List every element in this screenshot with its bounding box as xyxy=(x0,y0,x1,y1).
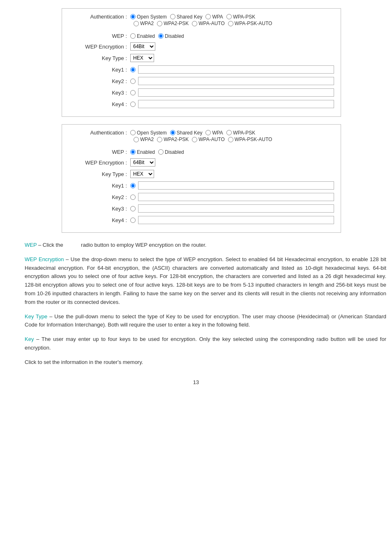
auth-wpa2-text-1: WPA2 xyxy=(140,21,154,26)
auth-row-panel2: Authentication : Open System Shared Key … xyxy=(69,130,334,146)
wep-desc-title: WEP xyxy=(25,242,37,248)
auth-wpa2psk-label-1[interactable]: WPA2-PSK xyxy=(157,21,189,26)
wep-disabled-label-2[interactable]: Disabled xyxy=(158,149,184,155)
wep-desc-dash: – Click the xyxy=(37,242,63,248)
auth-wpapskauto-label-2[interactable]: WPA-PSK-AUTO xyxy=(228,137,272,142)
key4-radio-1[interactable] xyxy=(130,102,136,107)
key-type-select-1[interactable]: HEX ASCII xyxy=(130,54,154,62)
auth-wpapsk-label-1[interactable]: WPA-PSK xyxy=(226,14,255,20)
auth-wpa-radio-1[interactable] xyxy=(205,14,211,19)
wep-enabled-label-1[interactable]: Enabled xyxy=(130,33,155,39)
wep-label-2: WEP : xyxy=(69,149,130,155)
key2-radio-1[interactable] xyxy=(130,79,136,84)
wep-enc-desc-text: – Use the drop-down menu to select the t… xyxy=(25,256,386,305)
wep-enabled-radio-1[interactable] xyxy=(130,33,136,39)
key1-input-2[interactable] xyxy=(138,181,334,190)
auth-shared-text-2: Shared Key xyxy=(177,130,203,136)
auth-open-text-1: Open System xyxy=(137,14,167,20)
auth-wpa2-radio-1[interactable] xyxy=(134,21,139,26)
key4-input-2[interactable] xyxy=(138,216,334,224)
auth-wpa2psk-radio-1[interactable] xyxy=(157,21,162,26)
key-type-select-2[interactable]: HEX ASCII xyxy=(130,170,154,178)
panel-2: Authentication : Open System Shared Key … xyxy=(62,124,341,233)
wep-row-panel1: WEP : Enabled Disabled xyxy=(69,33,334,39)
auth-wpapsk-text-1: WPA-PSK xyxy=(233,14,255,20)
auth-wpapsk-radio-1[interactable] xyxy=(226,14,232,19)
auth-shared-radio-2[interactable] xyxy=(170,130,175,135)
auth-wpaauto-label-1[interactable]: WPA-AUTO xyxy=(192,21,225,26)
auth-wpa-label-1[interactable]: WPA xyxy=(205,14,223,20)
key4-input-1[interactable] xyxy=(138,100,334,108)
auth-wpapsk-radio-2[interactable] xyxy=(226,130,232,135)
auth-open-label-2[interactable]: Open System xyxy=(130,130,167,136)
key-desc: Key – The user may enter up to four keys… xyxy=(25,335,386,352)
key-desc-title: Key xyxy=(25,336,34,342)
auth-open-label-1[interactable]: Open System xyxy=(130,14,167,20)
key2-input-2[interactable] xyxy=(138,193,334,201)
auth-wpaauto-label-2[interactable]: WPA-AUTO xyxy=(192,137,225,142)
key2-input-1[interactable] xyxy=(138,77,334,85)
auth-shared-label-1[interactable]: Shared Key xyxy=(170,14,203,20)
key4-radio-2[interactable] xyxy=(130,218,136,223)
auth-wpapskauto-radio-1[interactable] xyxy=(228,21,233,26)
auth-label-1: Authentication : xyxy=(69,14,130,20)
key1-label-1: Key1 : xyxy=(69,67,130,73)
auth-wpa2psk-radio-2[interactable] xyxy=(157,137,162,142)
key-type-desc-text: – Use the pull-down menu to select the t… xyxy=(25,313,386,328)
key-type-label-1: Key Type : xyxy=(69,55,130,61)
auth-wpa2-label-1[interactable]: WPA2 xyxy=(134,21,154,26)
key1-input-1[interactable] xyxy=(138,65,334,74)
wep-disabled-label-1[interactable]: Disabled xyxy=(158,33,184,39)
auth-open-radio-2[interactable] xyxy=(130,130,136,135)
auth-wpaauto-text-2: WPA-AUTO xyxy=(198,137,225,142)
auth-wpapskauto-label-1[interactable]: WPA-PSK-AUTO xyxy=(228,21,272,26)
auth-shared-radio-1[interactable] xyxy=(170,14,175,19)
page-number: 13 xyxy=(12,379,380,385)
wep-desc: WEP – Click the radio button to employ W… xyxy=(25,241,386,250)
key4-row-panel2: Key4 : xyxy=(69,216,334,224)
auth-wpa2psk-label-2[interactable]: WPA2-PSK xyxy=(157,137,189,142)
wep-enabled-radio-2[interactable] xyxy=(130,149,136,155)
click-desc-text: Click to set the information in the rout… xyxy=(25,359,143,365)
wep-enabled-label-2[interactable]: Enabled xyxy=(130,149,155,155)
wep-enc-select-1[interactable]: 64Bit 128Bit 256Bit xyxy=(130,42,155,51)
key-type-desc: Key Type – Use the pull-down menu to sel… xyxy=(25,313,386,330)
key-type-row-panel2: Key Type : HEX ASCII xyxy=(69,170,334,178)
auth-wpapsk-label-2[interactable]: WPA-PSK xyxy=(226,130,255,136)
auth-wpa2psk-text-1: WPA2-PSK xyxy=(164,21,189,26)
auth-open-radio-1[interactable] xyxy=(130,14,136,19)
auth-wpaauto-radio-1[interactable] xyxy=(192,21,197,26)
key3-input-1[interactable] xyxy=(138,88,334,97)
key3-radio-2[interactable] xyxy=(130,206,136,211)
auth-wpa2-radio-2[interactable] xyxy=(134,137,139,142)
wep-disabled-radio-1[interactable] xyxy=(158,33,164,39)
click-desc: Click to set the information in the rout… xyxy=(25,358,386,367)
wep-label-1: WEP : xyxy=(69,33,130,39)
key1-radio-1[interactable] xyxy=(130,67,136,72)
key-type-row-panel1: Key Type : HEX ASCII xyxy=(69,54,334,62)
key4-label-2: Key4 : xyxy=(69,217,130,223)
key2-label-2: Key2 : xyxy=(69,194,130,200)
key3-radio-1[interactable] xyxy=(130,90,136,95)
auth-wpa2-label-2[interactable]: WPA2 xyxy=(134,137,154,142)
wep-disabled-radio-2[interactable] xyxy=(158,149,164,155)
auth-row-panel1: Authentication : Open System Shared Key … xyxy=(69,14,334,30)
auth-wpapskauto-radio-2[interactable] xyxy=(228,137,233,142)
auth-wpaauto-text-1: WPA-AUTO xyxy=(198,21,225,26)
key-type-label-2: Key Type : xyxy=(69,171,130,177)
key2-radio-2[interactable] xyxy=(130,195,136,200)
auth-label-2: Authentication : xyxy=(69,130,130,136)
auth-shared-label-2[interactable]: Shared Key xyxy=(170,130,203,136)
auth-wpa-radio-2[interactable] xyxy=(205,130,211,135)
key3-input-2[interactable] xyxy=(138,204,334,213)
auth-wpa-label-2[interactable]: WPA xyxy=(205,130,223,136)
key3-row-panel2: Key3 : xyxy=(69,204,334,213)
key3-label-1: Key3 : xyxy=(69,90,130,96)
auth-wpaauto-radio-2[interactable] xyxy=(192,137,197,142)
wep-enc-select-2[interactable]: 64Bit 128Bit 256Bit xyxy=(130,158,155,167)
wep-enc-desc-title: WEP Encryption xyxy=(25,256,64,262)
key1-radio-2[interactable] xyxy=(130,183,136,188)
key2-row-panel1: Key2 : xyxy=(69,77,334,85)
wep-enabled-text-1: Enabled xyxy=(137,33,155,39)
wep-options-panel2: Enabled Disabled xyxy=(130,149,184,155)
